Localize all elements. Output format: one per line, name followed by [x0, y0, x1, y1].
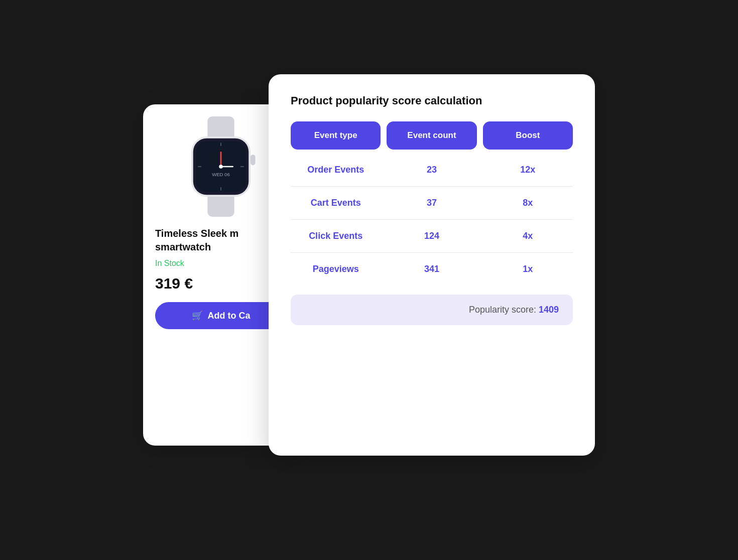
td-event-type-2: Click Events	[291, 231, 381, 241]
popularity-card: Product popularity score calculation Eve…	[269, 74, 595, 456]
td-event-type-3: Pageviews	[291, 264, 381, 274]
th-event-count: Event count	[387, 121, 476, 150]
product-image-wrapper: WED 06	[155, 116, 287, 217]
td-event-count-0: 23	[387, 165, 476, 175]
table-row: Pageviews 341 1x	[291, 253, 573, 286]
add-to-cart-label: Add to Ca	[208, 311, 251, 321]
td-boost-0: 12x	[483, 165, 573, 175]
td-boost-2: 4x	[483, 231, 573, 241]
svg-rect-8	[251, 155, 256, 165]
score-label: Popularity score:	[469, 305, 536, 315]
table-body: Order Events 23 12x Cart Events 37 8x Cl…	[291, 154, 573, 286]
watch-image: WED 06	[176, 116, 266, 217]
product-price: 319 €	[155, 275, 193, 292]
popularity-title: Product popularity score calculation	[291, 94, 573, 107]
td-boost-3: 1x	[483, 264, 573, 274]
td-boost-1: 8x	[483, 198, 573, 208]
score-value: 1409	[539, 305, 559, 315]
td-event-type-1: Cart Events	[291, 198, 381, 208]
table-headers: Event type Event count Boost	[291, 121, 573, 150]
table-row: Click Events 124 4x	[291, 220, 573, 253]
cart-icon: 🛒	[192, 310, 203, 321]
table-row: Order Events 23 12x	[291, 154, 573, 187]
product-stock: In Stock	[155, 259, 184, 268]
td-event-count-2: 124	[387, 231, 476, 241]
th-event-type: Event type	[291, 121, 381, 150]
td-event-type-0: Order Events	[291, 165, 381, 175]
td-event-count-1: 37	[387, 198, 476, 208]
svg-point-13	[219, 165, 223, 169]
add-to-cart-button[interactable]: 🛒 Add to Ca	[155, 302, 287, 329]
td-event-count-3: 341	[387, 264, 476, 274]
svg-text:WED 06: WED 06	[212, 172, 229, 177]
table-row: Cart Events 37 8x	[291, 187, 573, 220]
product-title: Timeless Sleek m smartwatch	[155, 227, 287, 254]
th-boost: Boost	[483, 121, 573, 150]
score-footer: Popularity score: 1409	[291, 295, 573, 325]
scene: WED 06 Timeless Sleek m smartwatch In St…	[143, 74, 595, 486]
